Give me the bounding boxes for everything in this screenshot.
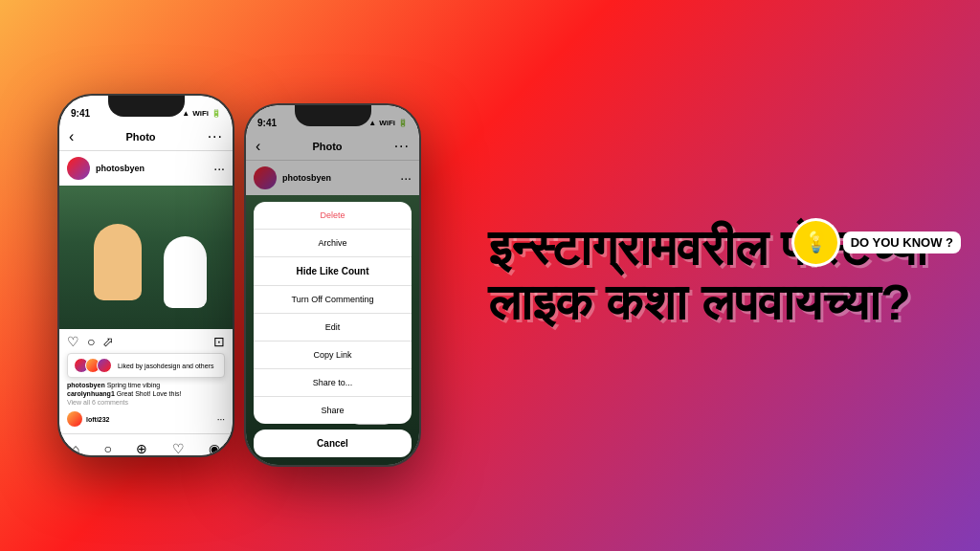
phone1-nav: ‹ Photo ··· — [59, 122, 233, 151]
phone1-status-bar: 9:41 ▲ WiFi 🔋 — [59, 96, 233, 122]
comment-carolyn-text: Great Shot! Love this! — [117, 390, 182, 397]
phone1-screen: 9:41 ▲ WiFi 🔋 ‹ Photo ··· photosbyen — [59, 96, 233, 455]
comment-row-lofti: lofti232 ··· — [67, 409, 225, 429]
modal-overlay[interactable]: DeleteArchiveHide Like CountTurn Off Com… — [246, 105, 419, 465]
person2 — [164, 236, 207, 308]
action-sheet-main: DeleteArchiveHide Like CountTurn Off Com… — [254, 202, 412, 424]
phone1-more-icon[interactable]: ··· — [208, 128, 223, 145]
liked-by-bar: Liked by jasohdesign and others — [67, 353, 225, 378]
phone1-post-header: photosbyen ··· — [59, 151, 233, 186]
liked-avatar-3 — [97, 358, 112, 373]
liked-by-text: Liked by jasohdesign and others — [118, 363, 213, 369]
do-you-know-text: DO YOU KNOW ? — [843, 231, 961, 254]
phone1-time: 9:41 — [71, 108, 90, 119]
bulb-emoji: 💡 — [803, 230, 829, 254]
person1 — [94, 224, 142, 300]
add-icon[interactable]: ⊕ — [136, 441, 147, 456]
sheet-item-hide-like-count[interactable]: Hide Like Count — [254, 257, 412, 286]
phone1-bottom-nav: ⌂ ○ ⊕ ♡ ◉ — [59, 433, 233, 455]
do-you-know-badge: 💡 DO YOU KNOW ? — [794, 221, 961, 264]
sheet-item-turn-off-commenting[interactable]: Turn Off Commenting — [254, 286, 412, 314]
comment-carolyn-user: carolynhuang1 — [67, 390, 115, 397]
sheet-item-copy-link[interactable]: Copy Link — [254, 342, 412, 369]
lofti-username: lofti232 — [86, 416, 110, 423]
profile-icon[interactable]: ◉ — [209, 441, 220, 456]
bulb-icon: 💡 — [794, 221, 837, 264]
phones-area: 9:41 ▲ WiFi 🔋 ‹ Photo ··· photosbyen — [0, 0, 479, 551]
sheet-item-edit[interactable]: Edit — [254, 314, 412, 342]
sheet-item-share-to...[interactable]: Share to... — [254, 369, 412, 397]
phone1-status-icons: ▲ WiFi 🔋 — [182, 109, 221, 118]
phone1-username[interactable]: photosbyen — [96, 164, 213, 173]
phone1-avatar — [67, 157, 90, 180]
phone1-post-image — [59, 186, 233, 329]
comment-icon[interactable]: ○ — [87, 334, 95, 349]
sheet-item-delete[interactable]: Delete — [254, 202, 412, 230]
phone1-back-icon[interactable]: ‹ — [69, 128, 74, 145]
action-icons-row: ♡ ○ ⬀ ⊡ — [67, 334, 225, 349]
sheet-cancel-button[interactable]: Cancel — [254, 430, 412, 457]
search-nav-icon[interactable]: ○ — [104, 441, 112, 456]
phone1-nav-title: Photo — [125, 131, 155, 143]
main-content: 9:41 ▲ WiFi 🔋 ‹ Photo ··· photosbyen — [0, 0, 980, 551]
phone1-actions: ♡ ○ ⬀ ⊡ Liked by jasohdesign and others — [59, 329, 233, 433]
heart-nav-icon[interactable]: ♡ — [172, 441, 185, 456]
bookmark-icon[interactable]: ⊡ — [213, 334, 225, 349]
view-comments[interactable]: View all 6 comments — [67, 399, 225, 406]
share-icon[interactable]: ⬀ — [102, 334, 114, 349]
action-sheet: DeleteArchiveHide Like CountTurn Off Com… — [254, 202, 412, 457]
lofti-dots[interactable]: ··· — [217, 414, 225, 425]
text-area: 💡 DO YOU KNOW ? इन्स्टाग्रामवरील पोस्टच्… — [479, 202, 980, 349]
phone2-screen: 9:41 ▲ WiFi 🔋 ‹ Photo ··· photosbyen — [246, 105, 419, 465]
sheet-item-share[interactable]: Share — [254, 397, 412, 424]
phone1-frame: 9:41 ▲ WiFi 🔋 ‹ Photo ··· photosbyen — [57, 94, 234, 457]
caption-text: Spring time vibing — [107, 382, 161, 388]
lofti-avatar — [67, 411, 82, 427]
caption: photosbyen Spring time vibing — [67, 382, 225, 388]
liked-avatars — [74, 358, 108, 373]
sheet-item-archive[interactable]: Archive — [254, 230, 412, 257]
caption-username: photosbyen — [67, 382, 105, 388]
phone2-frame: 9:41 ▲ WiFi 🔋 ‹ Photo ··· photosbyen — [244, 103, 421, 467]
comment-carolyn: carolynhuang1 Great Shot! Love this! — [67, 390, 225, 397]
phone1-post-dots[interactable]: ··· — [213, 161, 225, 176]
home-icon[interactable]: ⌂ — [72, 441, 79, 456]
like-icon[interactable]: ♡ — [67, 334, 79, 349]
